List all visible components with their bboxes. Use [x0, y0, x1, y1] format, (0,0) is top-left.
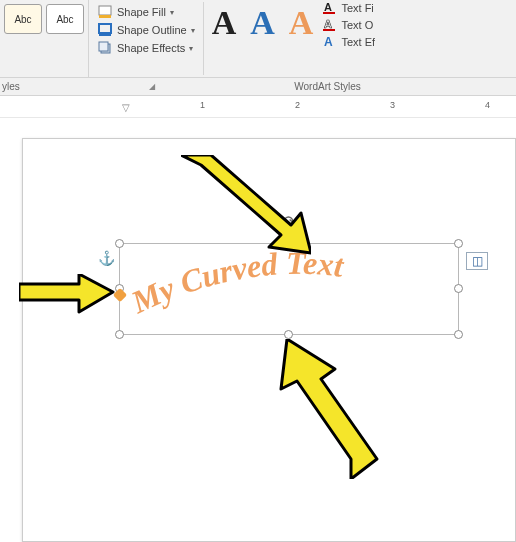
text-fill-button[interactable]: A Text Fi [321, 0, 375, 16]
dropdown-arrow-icon: ▾ [189, 44, 193, 53]
text-outline-icon: A [321, 17, 337, 33]
shape-effects-label: Shape Effects [117, 42, 185, 54]
dropdown-arrow-icon: ▾ [170, 8, 174, 17]
svg-rect-0 [99, 6, 111, 15]
shape-effects-button[interactable]: Shape Effects ▾ [97, 40, 195, 56]
svg-rect-9 [323, 29, 335, 31]
shape-tools: Shape Fill ▾ Shape Outline ▾ Shape Effec… [88, 0, 203, 77]
shape-fill-label: Shape Fill [117, 6, 166, 18]
text-fill-icon: A [321, 0, 337, 16]
svg-rect-3 [99, 33, 111, 36]
ruler-tick: 2 [295, 100, 300, 110]
anchor-icon: ⚓ [98, 250, 115, 266]
shape-styles-group-label: yles [0, 81, 145, 92]
svg-rect-5 [99, 42, 108, 51]
resize-handle[interactable] [454, 284, 463, 293]
curved-text-svg: My Curved Text [120, 244, 460, 336]
dropdown-arrow-icon: ▾ [191, 26, 195, 35]
shape-outline-label: Shape Outline [117, 24, 187, 36]
svg-text:A: A [324, 18, 332, 30]
wordart-preset[interactable]: A [212, 4, 237, 42]
text-outline-label: Text O [341, 19, 373, 31]
ruler-tick: 3 [390, 100, 395, 110]
curved-text[interactable]: My Curved Text [125, 245, 346, 321]
ribbon: Abc Abc Shape Fill ▾ Shape Outline ▾ Sha… [0, 0, 516, 78]
text-effects-button[interactable]: A Text Ef [321, 34, 375, 50]
indent-marker-icon[interactable]: ▽ [122, 102, 130, 113]
wordart-styles-gallery[interactable]: A A A [204, 0, 322, 77]
svg-rect-2 [99, 24, 111, 33]
annotation-arrow [271, 339, 381, 479]
resize-handle[interactable] [454, 330, 463, 339]
shape-fill-button[interactable]: Shape Fill ▾ [97, 4, 195, 20]
wordart-styles-group-label: WordArt Styles [159, 81, 516, 92]
resize-handle[interactable] [115, 239, 124, 248]
resize-handle[interactable] [454, 239, 463, 248]
shape-outline-button[interactable]: Shape Outline ▾ [97, 22, 195, 38]
text-fill-label: Text Fi [341, 2, 373, 14]
text-tools: A Text Fi A Text O A Text Ef [321, 0, 375, 77]
svg-text:A: A [324, 35, 333, 49]
curved-text-content: My Curved Text [125, 245, 346, 321]
shape-outline-icon [97, 22, 113, 38]
dialog-launcher-icon[interactable]: ◢ [145, 82, 159, 91]
svg-marker-12 [19, 274, 113, 312]
shape-fill-icon [97, 4, 113, 20]
resize-handle[interactable] [284, 330, 293, 339]
annotation-arrow [181, 155, 311, 255]
document-area[interactable]: ⟳ ⚓ ◫ My Curved Text [0, 118, 516, 542]
shape-effects-icon [97, 40, 113, 56]
horizontal-ruler[interactable]: ▽ 1 2 3 4 [0, 98, 516, 118]
svg-marker-13 [281, 339, 377, 479]
shape-style-preset[interactable]: Abc [46, 4, 84, 34]
shape-styles-gallery[interactable]: Abc Abc [0, 0, 88, 77]
svg-marker-11 [181, 155, 311, 253]
ruler-tick: 4 [485, 100, 490, 110]
ruler-tick: 1 [200, 100, 205, 110]
wordart-textbox[interactable]: ⟳ ⚓ ◫ My Curved Text [119, 243, 459, 335]
svg-text:A: A [324, 1, 332, 13]
page[interactable]: ⟳ ⚓ ◫ My Curved Text [22, 138, 516, 542]
resize-handle[interactable] [115, 330, 124, 339]
text-effects-icon: A [321, 34, 337, 50]
wordart-preset[interactable]: A [289, 4, 314, 42]
shape-style-preset[interactable]: Abc [4, 4, 42, 34]
annotation-arrow [19, 274, 115, 314]
text-outline-button[interactable]: A Text O [321, 17, 375, 33]
svg-rect-7 [323, 12, 335, 14]
svg-rect-1 [99, 15, 111, 18]
ribbon-group-labels: yles ◢ WordArt Styles [0, 78, 516, 96]
text-effects-label: Text Ef [341, 36, 375, 48]
layout-options-button[interactable]: ◫ [466, 252, 488, 270]
wordart-preset[interactable]: A [250, 4, 275, 42]
